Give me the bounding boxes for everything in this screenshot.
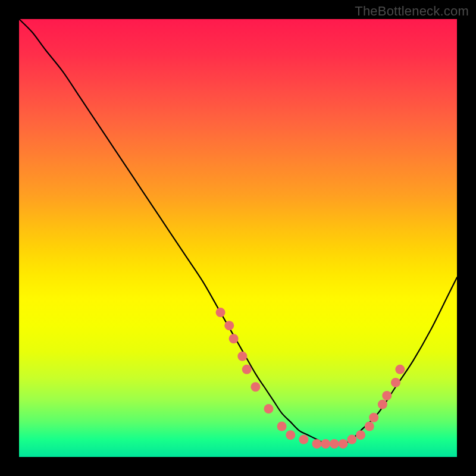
highlight-dot [378, 400, 387, 409]
highlight-dot [347, 435, 356, 444]
highlight-dot [224, 321, 234, 330]
highlight-dot [242, 365, 252, 374]
bottleneck-curve [19, 19, 457, 444]
highlight-dot [395, 365, 405, 374]
highlight-dot [321, 439, 330, 449]
highlight-dot [369, 413, 378, 422]
highlight-dot [330, 439, 339, 449]
chart-svg [19, 19, 457, 457]
chart-plot-area [19, 19, 457, 457]
attribution-text: TheBottleneck.com [355, 4, 469, 19]
highlight-dot [339, 439, 348, 449]
highlight-dot [365, 421, 374, 431]
chart-stage: TheBottleneck.com [0, 0, 476, 476]
highlight-dot [286, 430, 295, 440]
highlight-dot [216, 308, 226, 317]
highlight-dot [237, 352, 247, 361]
highlight-dot [299, 435, 308, 444]
highlight-dot [391, 378, 400, 387]
highlight-dot [250, 382, 260, 392]
highlight-dot [382, 391, 392, 400]
highlight-dot [312, 439, 321, 449]
highlight-dot [264, 404, 274, 414]
highlight-dot-group [216, 308, 405, 449]
highlight-dot [356, 430, 365, 440]
highlight-dot [229, 334, 239, 343]
highlight-dot [277, 421, 287, 431]
